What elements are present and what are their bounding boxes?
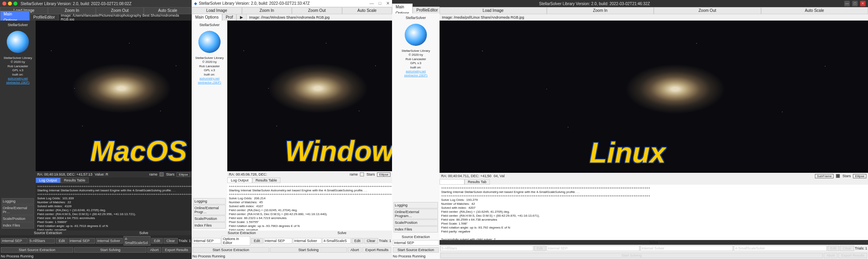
combo-solve-ext[interactable]: Internal SEP — [69, 238, 95, 244]
maximize-icon[interactable]: □ — [379, 1, 381, 6]
image-view[interactable]: MacOS — [36, 21, 192, 171]
clear-button[interactable]: Clear — [840, 246, 854, 251]
sidebar-scale[interactable]: Scale/Position — [193, 216, 226, 222]
tab-arrow[interactable]: ▶ — [236, 14, 247, 21]
minimize-icon[interactable]: — — [369, 1, 374, 6]
auto-scale-button[interactable]: Auto Scale — [761, 7, 868, 14]
tab-profile-editor[interactable]: Prof — [222, 14, 236, 21]
clear-button[interactable]: Clear — [364, 238, 378, 244]
tab-results-table[interactable]: Results Table — [61, 178, 89, 183]
abort-button[interactable]: Abort — [348, 247, 362, 253]
subframe-chip[interactable]: SubFrame — [815, 174, 834, 178]
sidebar-logging[interactable]: Logging — [394, 202, 438, 208]
tab-profile-editor[interactable]: ProfileEditor — [30, 14, 58, 21]
log-output[interactable]: ++++++++++++++++++++++++++++++++++++++++… — [36, 183, 192, 231]
ellipse-chip[interactable]: Ellipse — [177, 172, 190, 177]
tab-log-output[interactable]: Log Output — [227, 178, 252, 183]
maximize-icon[interactable] — [13, 2, 17, 6]
sidebar-external[interactable]: Online/External Pr… — [2, 205, 34, 215]
titlebar[interactable]: StellarSolver Library Version: 2.0, buil… — [0, 0, 192, 7]
start-extraction-button[interactable]: Start Source Extraction — [393, 247, 439, 253]
close-icon[interactable] — [2, 2, 6, 6]
titlebar[interactable]: ◆ StellarSolver Library Version: 2.0, bu… — [192, 0, 392, 7]
sidebar-index[interactable]: Index Files — [394, 226, 438, 233]
section-extraction: Source Extraction — [192, 231, 292, 235]
stars-checkbox[interactable] — [836, 174, 840, 178]
export-button[interactable]: Export Results — [838, 253, 867, 258]
image-view[interactable]: Windows — [227, 21, 392, 171]
sidebar-external[interactable]: Online/External Program… — [394, 209, 438, 219]
combo-ext-method[interactable]: Internal SEP — [192, 238, 221, 244]
edit-solve-button[interactable]: Edit — [151, 238, 163, 244]
combo-solver[interactable]: Internal Solver — [96, 238, 123, 244]
edit-solve-button[interactable]: Edit — [352, 238, 364, 244]
edit-ext-button[interactable]: Edit — [56, 238, 68, 244]
zoom-out-button[interactable]: Zoom Out — [292, 7, 342, 14]
export-button[interactable]: Export Results — [362, 247, 391, 253]
export-button[interactable]: Export Results — [162, 247, 191, 253]
clear-button[interactable]: Clear — [164, 238, 178, 244]
tab-log-output[interactable]: Log Output — [36, 178, 61, 183]
start-extraction-button[interactable]: Start Source Extraction — [192, 247, 269, 253]
tab-log-output[interactable]: Log Output — [440, 179, 464, 185]
combo-solver[interactable]: Internal Solver — [293, 238, 322, 244]
combo-ext-method[interactable]: Internal SEP — [1, 238, 28, 244]
combo-solve-ext[interactable]: Internal SEP — [264, 238, 292, 244]
abort-button[interactable]: Abort — [147, 247, 162, 253]
maximize-icon[interactable]: □ — [852, 1, 858, 6]
ellipse-chip[interactable]: Ellipse — [853, 174, 866, 178]
close-icon[interactable]: ✕ — [860, 1, 866, 6]
combo-solve-ext[interactable]: Internal SEP — [546, 246, 640, 251]
tab-results-table[interactable]: Results Tab — [464, 179, 490, 185]
close-icon[interactable]: ✕ — [386, 1, 390, 6]
sidebar-logging[interactable]: Logging — [193, 198, 226, 204]
sidebar-index[interactable]: Index Files — [193, 222, 226, 229]
link-sextractor[interactable]: sextractor (SEP) — [404, 74, 428, 77]
auto-scale-button[interactable]: Auto Scale — [342, 7, 392, 14]
tab-results-table[interactable]: Results Table — [252, 178, 281, 183]
start-extraction-button[interactable]: Start Source Extraction — [1, 247, 73, 253]
link-sextractor[interactable]: sextractor (SEP) — [198, 81, 221, 84]
sidebar-scale[interactable]: Scale/Position — [394, 219, 438, 226]
tab-profile-editor[interactable]: ProfileEditor — [413, 7, 441, 14]
minimize-icon[interactable] — [8, 2, 12, 6]
start-solving-button[interactable]: Start Solving — [440, 253, 823, 258]
sidebar-logging[interactable]: Logging — [2, 198, 34, 204]
link-sextractor[interactable]: sextractor (SEP) — [6, 81, 30, 84]
edit-ext-button[interactable]: Edit — [534, 246, 546, 251]
link-astrometry[interactable]: astrometry.net — [406, 70, 426, 73]
minimize-icon[interactable]: — — [844, 1, 850, 6]
combo-ext-profile[interactable]: 5-AllStars — [440, 246, 533, 251]
zoom-out-button[interactable]: Zoom Out — [654, 7, 761, 14]
combo-solve-profile[interactable]: 4-SmallScaleSolvir — [734, 246, 827, 251]
zoom-in-button[interactable]: Zoom In — [547, 7, 654, 14]
log-output[interactable]: ++++++++++++++++++++++++++++++++++++++++… — [440, 185, 868, 240]
combo-solve-profile[interactable]: 4-SmallScaleSol — [124, 236, 150, 246]
sidebar-scale[interactable]: Scale/Position — [2, 216, 34, 222]
link-astrometry[interactable]: astrometry.net — [8, 77, 28, 80]
start-solving-button[interactable]: Start Solving — [74, 247, 147, 253]
edit-ext-button[interactable]: Edit — [251, 238, 263, 244]
image-view[interactable]: Linux — [440, 21, 868, 173]
log-output[interactable]: ++++++++++++++++++++++++++++++++++++++++… — [227, 183, 392, 231]
sidebar-external[interactable]: Online/External Progr… — [193, 205, 226, 215]
link-astrometry[interactable]: astrometry.net — [200, 77, 220, 80]
sidebar-index[interactable]: Index Files — [2, 222, 34, 229]
start-solving-button[interactable]: Start Solving — [270, 247, 347, 253]
combo-ext-profile[interactable]: Options in Editor — [222, 236, 250, 246]
load-image-button[interactable]: Load Image — [192, 7, 242, 14]
load-image-button[interactable]: Load Image — [440, 7, 547, 14]
combo-ext-profile[interactable]: 5-AllStars — [29, 238, 55, 244]
combo-solver[interactable]: Internal Solver — [640, 246, 733, 251]
combo-ext-method[interactable]: Internal SEP — [393, 240, 439, 246]
titlebar[interactable]: StellarSolver Library Version: 2.0, buil… — [440, 0, 868, 7]
combo-solve-profile[interactable]: 4-SmallScaleS — [322, 238, 351, 244]
stars-checkbox[interactable] — [360, 172, 364, 176]
zoom-in-button[interactable]: Zoom In — [242, 7, 292, 14]
window-title: StellarSolver Library Version: 2.0, buil… — [21, 2, 131, 6]
tab-main-options[interactable]: Main Options — [192, 14, 222, 21]
ellipse-chip[interactable]: Ellipse — [377, 172, 390, 177]
edit-solve-button[interactable]: Edit — [828, 246, 839, 251]
stars-checkbox[interactable] — [160, 172, 164, 176]
abort-button[interactable]: Abort — [824, 253, 838, 258]
